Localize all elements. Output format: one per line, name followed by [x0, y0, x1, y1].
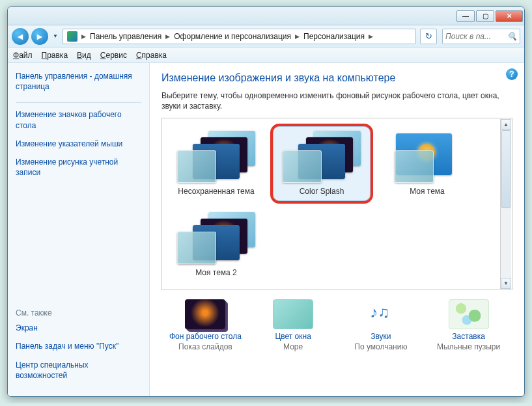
menu-file[interactable]: Файл	[13, 51, 33, 60]
screensaver-icon	[449, 299, 489, 329]
theme-thumbnail	[283, 131, 361, 183]
cp-home-link[interactable]: Панель управления - домашняя страница	[16, 71, 141, 92]
themes-grid: Несохраненная тема Color Splash Моя тема	[167, 126, 507, 282]
search-icon: 🔍	[507, 32, 517, 41]
explorer-window: — ▢ ✕ ◄ ► ▼ ▶ Панель управления ▶ Оформл…	[7, 7, 525, 397]
main-content: ? Изменение изображения и звука на компь…	[150, 63, 524, 396]
settings-row: Фон рабочего стола Показ слайдов Цвет ок…	[161, 299, 512, 351]
breadcrumb-personalization[interactable]: Персонализация	[301, 32, 367, 41]
minimize-button[interactable]: —	[456, 10, 475, 22]
see-also-taskbar[interactable]: Панель задач и меню "Пуск"	[16, 341, 141, 351]
control-panel-icon	[67, 31, 77, 42]
scrollbar[interactable]: ▲ ▼	[500, 119, 511, 289]
sounds-icon	[361, 299, 401, 329]
sidebar-spacer	[16, 185, 141, 308]
theme-color-splash[interactable]: Color Splash	[273, 126, 371, 201]
task-mouse-pointers[interactable]: Изменение указателей мыши	[16, 139, 141, 149]
window-color-icon	[273, 299, 313, 329]
menu-tools[interactable]: Сервис	[100, 51, 127, 60]
scroll-thumb[interactable]	[501, 130, 511, 208]
sounds-link: Звуки	[339, 332, 423, 341]
maximize-button[interactable]: ▢	[476, 10, 494, 22]
theme-label: Color Splash	[300, 187, 344, 196]
breadcrumb-appearance[interactable]: Оформление и персонализация	[171, 32, 294, 41]
menu-help[interactable]: Справка	[136, 51, 167, 60]
theme-thumbnail	[177, 212, 255, 264]
setting-window-color[interactable]: Цвет окна Море	[251, 299, 335, 351]
page-title: Изменение изображения и звука на компьют…	[161, 72, 512, 84]
see-also-heading: См. также	[16, 308, 141, 318]
sounds-value: По умолчанию	[354, 342, 407, 351]
forward-button[interactable]: ►	[31, 28, 48, 45]
themes-panel: Несохраненная тема Color Splash Моя тема	[161, 118, 512, 290]
theme-my-theme-2[interactable]: Моя тема 2	[167, 208, 265, 282]
search-placeholder: Поиск в па...	[445, 32, 491, 41]
refresh-button[interactable]: ↻	[420, 29, 437, 44]
chevron-right-icon: ▶	[294, 33, 301, 40]
chevron-right-icon: ▶	[80, 33, 87, 40]
background-value: Показ слайдов	[178, 342, 232, 351]
window-color-link: Цвет окна	[251, 332, 335, 341]
search-input[interactable]: Поиск в па... 🔍	[442, 29, 520, 44]
window-color-value: Море	[283, 342, 303, 351]
scroll-up-button[interactable]: ▲	[501, 119, 511, 130]
screensaver-value: Мыльные пузыри	[437, 342, 500, 351]
help-icon[interactable]: ?	[506, 68, 518, 80]
task-account-picture[interactable]: Изменение рисунка учетной записи	[16, 157, 141, 178]
chevron-right-icon: ▶	[367, 33, 374, 40]
menu-bar: Файл Правка Вид Сервис Справка	[8, 47, 524, 63]
theme-label: Моя тема	[410, 187, 445, 196]
close-button[interactable]: ✕	[496, 10, 523, 22]
menu-edit[interactable]: Правка	[42, 51, 68, 60]
breadcrumb-cp[interactable]: Панель управления	[87, 32, 164, 41]
titlebar[interactable]: — ▢ ✕	[8, 7, 524, 25]
chevron-right-icon: ▶	[164, 33, 171, 40]
theme-thumbnail	[388, 131, 466, 183]
theme-label: Моя тема 2	[195, 268, 237, 277]
theme-label: Несохраненная тема	[178, 187, 254, 196]
divider	[16, 102, 141, 103]
setting-sounds[interactable]: Звуки По умолчанию	[339, 299, 423, 351]
history-dropdown[interactable]: ▼	[51, 28, 60, 45]
intro-text: Выберите тему, чтобы одновременно измени…	[161, 90, 512, 111]
background-link: Фон рабочего стола	[163, 332, 247, 341]
screensaver-link: Заставка	[427, 332, 511, 341]
address-bar[interactable]: ▶ Панель управления ▶ Оформление и персо…	[63, 29, 416, 44]
body-split: Панель управления - домашняя страница Из…	[8, 63, 524, 396]
theme-thumbnail	[177, 131, 255, 183]
theme-unsaved[interactable]: Несохраненная тема	[167, 126, 265, 201]
menu-view[interactable]: Вид	[77, 51, 91, 60]
see-also-display[interactable]: Экран	[16, 323, 141, 333]
scroll-down-button[interactable]: ▼	[501, 278, 511, 289]
background-icon	[185, 299, 225, 329]
nav-toolbar: ◄ ► ▼ ▶ Панель управления ▶ Оформление и…	[8, 25, 524, 47]
setting-screensaver[interactable]: Заставка Мыльные пузыри	[427, 299, 511, 351]
task-desktop-icons[interactable]: Изменение значков рабочего стола	[16, 109, 141, 130]
sidebar: Панель управления - домашняя страница Из…	[8, 63, 150, 396]
see-also-ease[interactable]: Центр специальных возможностей	[16, 360, 141, 381]
setting-background[interactable]: Фон рабочего стола Показ слайдов	[163, 299, 247, 351]
back-button[interactable]: ◄	[12, 28, 29, 45]
theme-my-theme[interactable]: Моя тема	[378, 126, 476, 201]
